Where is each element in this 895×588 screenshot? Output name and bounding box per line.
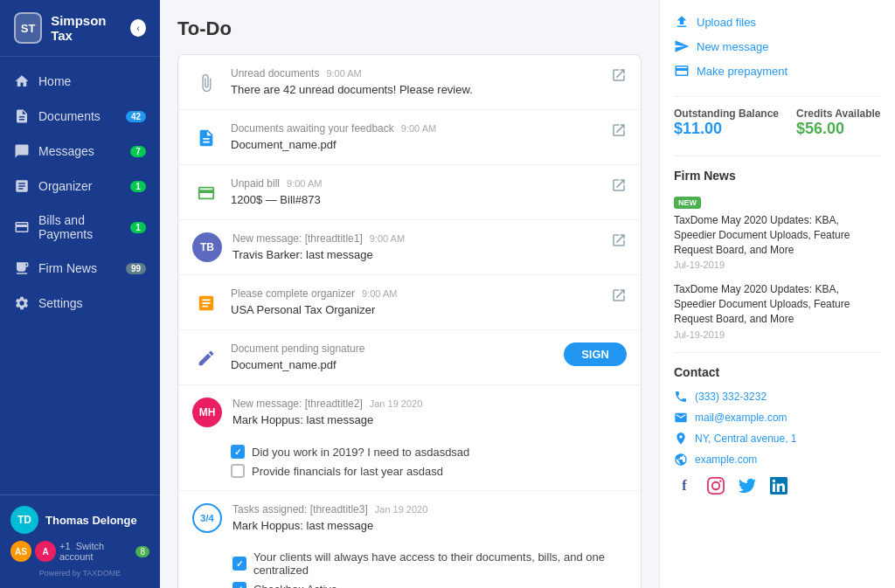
todo-time: 9:00 AM (370, 233, 405, 244)
todo-item-unread-docs[interactable]: Unread documents 9:00 AM There are 42 un… (178, 55, 641, 110)
checkbox-checked[interactable] (232, 557, 246, 571)
check-label: Did you work in 2019? I need to asdasdsa… (252, 446, 469, 459)
sidebar-footer: TD Thomas Delonge AS A +1 Switch account… (0, 495, 160, 588)
sidebar-collapse-button[interactable]: ‹ (130, 19, 146, 37)
user-avatar-tb: TB (192, 232, 222, 262)
sidebar-item-home[interactable]: Home (0, 64, 160, 99)
check-label: Checkbox Active (253, 583, 337, 589)
news-title-2: TaxDome May 2020 Updates: KBA, Speedier … (674, 282, 881, 326)
checkbox-checked[interactable] (232, 582, 246, 588)
check-item: Did you work in 2019? I need to asdasdsa… (231, 445, 627, 459)
contact-email[interactable]: mail@example.com (674, 411, 881, 425)
settings-icon (14, 295, 30, 311)
new-badge: NEW (674, 197, 701, 209)
nav-label-settings: Settings (38, 296, 83, 310)
todo-list: Unread documents 9:00 AM There are 42 un… (177, 54, 642, 588)
main-content: To-Do Unread documents 9:00 AM There are… (160, 0, 895, 588)
news-date-2: Jul-19-2019 (674, 329, 881, 340)
firm-news-item-2[interactable]: TaxDome May 2020 Updates: KBA, Speedier … (674, 282, 881, 339)
todo-content: Tasks assigned: [threadtitle3] Jan 19 20… (232, 503, 627, 532)
document-icon (192, 124, 220, 152)
nav-label-organizer: Organizer (38, 179, 92, 193)
new-message-label: New message (697, 40, 768, 53)
contact-title: Contact (674, 352, 881, 379)
balance-section: Outstanding Balance $11.00 Credits Avail… (674, 107, 881, 138)
outstanding-value: $11.00 (674, 120, 779, 138)
sidebar-header: ST Simpson Tax ‹ (0, 0, 160, 57)
instagram-icon[interactable] (705, 475, 726, 496)
prepayment-link[interactable]: Make prepayment (674, 63, 881, 79)
todo-label: Unread documents (231, 67, 319, 80)
home-icon (14, 73, 30, 89)
sidebar-item-firmnews[interactable]: Firm News 99 (0, 251, 160, 286)
todo-header: Documents awaiting your feedback 9:00 AM (231, 122, 600, 135)
check-item: Provide financials for last year asdasd (231, 464, 627, 478)
user-name: Thomas Delonge (45, 514, 137, 527)
task-progress-circle: 3/4 (192, 503, 222, 533)
checklist: Your clients will always have access to … (232, 550, 627, 588)
sidebar-item-documents[interactable]: Documents 42 (0, 99, 160, 134)
location-icon (674, 432, 688, 446)
switch-account-label: +1 Switch account (59, 541, 132, 562)
news-title-1: TaxDome May 2020 Updates: KBA, Speedier … (674, 213, 881, 257)
check-item: Checkbox Active (232, 582, 627, 588)
twitter-icon[interactable] (737, 475, 758, 496)
todo-header: Unread documents 9:00 AM (231, 67, 600, 80)
powered-by: Powered by TAXDOME (10, 569, 149, 578)
todo-content: New message: [threadtitle2] Jan 19 2020 … (232, 398, 627, 426)
checklist: Did you work in 2019? I need to asdasdsa… (231, 445, 627, 478)
new-message-link[interactable]: New message (674, 38, 881, 54)
sign-button[interactable]: SIGN (564, 342, 627, 366)
organizer-badge: 1 (130, 181, 146, 192)
todo-item-signature[interactable]: Document pending signature Document_name… (178, 330, 641, 385)
todo-item-organizer[interactable]: Please complete organizer 9:00 AM USA Pe… (178, 275, 641, 330)
contact-location[interactable]: NY, Central avenue, 1 (674, 432, 881, 446)
external-link-action[interactable] (611, 67, 627, 86)
web-value: example.com (695, 453, 757, 466)
todo-item-tasks[interactable]: 3/4 Tasks assigned: [threadtitle3] Jan 1… (178, 491, 641, 588)
message-icon (674, 38, 690, 54)
external-link-action[interactable] (611, 287, 627, 307)
todo-item-docs-feedback[interactable]: Documents awaiting your feedback 9:00 AM… (178, 110, 641, 165)
credits-label: Credits Available (796, 107, 880, 120)
checkbox-unchecked[interactable] (231, 464, 245, 478)
todo-label: New message: [threadtitle1] (232, 232, 363, 245)
todo-body: Document_name.pdf (231, 138, 600, 151)
todo-content: Documents awaiting your feedback 9:00 AM… (231, 122, 600, 151)
contact-section: (333) 332-3232 mail@example.com NY, Cent… (674, 390, 881, 496)
bill-icon (192, 179, 220, 207)
todo-header: Tasks assigned: [threadtitle3] Jan 19 20… (232, 503, 627, 515)
firm-news-item-1[interactable]: NEW TaxDome May 2020 Updates: KBA, Speed… (674, 193, 881, 270)
todo-item-message-1[interactable]: TB New message: [threadtitle1] 9:00 AM T… (178, 220, 641, 275)
switch-account-row: AS A +1 Switch account 8 (10, 541, 149, 562)
todo-content: Unread documents 9:00 AM There are 42 un… (231, 67, 600, 96)
bills-icon (14, 219, 30, 235)
content-area: To-Do Unread documents 9:00 AM There are… (160, 0, 895, 588)
sidebar-item-messages[interactable]: Messages 7 (0, 134, 160, 169)
firm-news-title: Firm News (674, 156, 881, 183)
todo-item-unpaid-bill[interactable]: Unpaid bill 9:00 AM 1200$ — Bill#873 (178, 165, 641, 220)
sidebar-item-organizer[interactable]: Organizer 1 (0, 169, 160, 204)
sidebar-item-bills[interactable]: Bills and Payments 1 (0, 204, 160, 251)
todo-item-message-2[interactable]: MH New message: [threadtitle2] Jan 19 20… (178, 385, 641, 491)
location-value: NY, Central avenue, 1 (695, 432, 797, 445)
external-link-action[interactable] (611, 122, 627, 142)
todo-content: New message: [threadtitle1] 9:00 AM Trav… (232, 232, 600, 261)
sign-action[interactable]: SIGN (564, 342, 627, 366)
social-row: f (674, 475, 881, 496)
todo-content: Unpaid bill 9:00 AM 1200$ — Bill#873 (231, 177, 600, 206)
external-link-action[interactable] (611, 232, 627, 252)
contact-web[interactable]: example.com (674, 453, 881, 467)
check-item: Your clients will always have access to … (232, 550, 627, 577)
divider (674, 96, 881, 97)
upload-files-link[interactable]: Upload files (674, 14, 881, 30)
sidebar-item-settings[interactable]: Settings (0, 286, 160, 321)
facebook-icon[interactable]: f (674, 475, 695, 496)
news-date-1: Jul-19-2019 (674, 259, 881, 270)
contact-phone[interactable]: (333) 332-3232 (674, 390, 881, 404)
linkedin-icon[interactable] (768, 475, 789, 496)
checkbox-checked[interactable] (231, 445, 245, 459)
external-link-action[interactable] (611, 177, 627, 197)
web-icon (674, 453, 688, 467)
todo-time: 9:00 AM (287, 178, 322, 189)
